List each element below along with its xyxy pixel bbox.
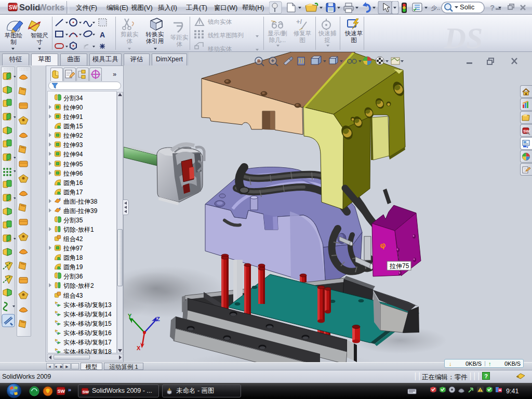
svg-text:Works: Works (38, 3, 64, 12)
svg-text:SW: SW (9, 5, 18, 10)
svg-text:+/: +/ (296, 18, 302, 25)
svg-text:SW: SW (83, 390, 89, 394)
svg-text:X: X (137, 345, 141, 351)
svg-text:Solic: Solic (460, 3, 475, 11)
svg-text:SW: SW (58, 389, 65, 394)
svg-text:A: A (100, 31, 105, 39)
svg-text:少..: 少.. (431, 5, 440, 11)
svg-text:!: ! (480, 389, 481, 392)
svg-text:Solid: Solid (19, 3, 40, 12)
svg-text:Z: Z (156, 316, 160, 322)
svg-text:拉伸75: 拉伸75 (389, 262, 409, 270)
svg-text:Y: Y (128, 313, 132, 319)
svg-text:»: » (68, 387, 71, 393)
